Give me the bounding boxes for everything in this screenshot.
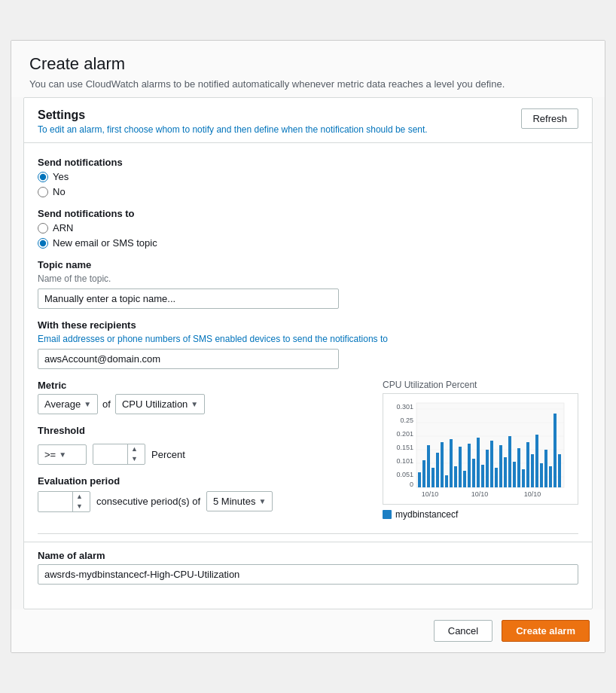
- eval-decrement-btn[interactable]: ▼: [73, 502, 86, 511]
- send-to-radios: ARN New email or SMS topic: [38, 222, 578, 249]
- settings-card: Settings To edit an alarm, first choose …: [23, 97, 593, 609]
- svg-text:0: 0: [410, 481, 413, 488]
- legend-color-box: [383, 510, 392, 519]
- svg-rect-25: [463, 471, 466, 487]
- cpu-utilization-chart: 0.301 0.25 0.201 0.151 0.101 0.051 0: [389, 400, 569, 498]
- svg-rect-29: [481, 465, 484, 487]
- recipients-label: With these recipients: [38, 319, 578, 331]
- chart-container: 0.301 0.25 0.201 0.151 0.101 0.051 0: [383, 393, 578, 505]
- chart-title: CPU Utilization Percent: [383, 380, 578, 390]
- svg-rect-37: [517, 448, 520, 487]
- settings-title: Settings: [38, 108, 428, 122]
- recipients-input[interactable]: [38, 349, 339, 369]
- metric-select[interactable]: CPU Utilization ▼: [115, 394, 205, 414]
- svg-text:0.151: 0.151: [396, 444, 413, 451]
- svg-rect-41: [535, 435, 538, 487]
- metric-select-label: CPU Utilization: [122, 398, 188, 410]
- aggregation-select[interactable]: Average ▼: [38, 394, 98, 414]
- settings-title-block: Settings To edit an alarm, first choose …: [38, 108, 428, 135]
- svg-rect-36: [513, 462, 516, 487]
- svg-text:0.25: 0.25: [400, 417, 413, 424]
- svg-text:14:00: 14:00: [524, 497, 541, 498]
- cancel-button[interactable]: Cancel: [434, 620, 492, 642]
- svg-rect-16: [422, 460, 425, 487]
- svg-rect-43: [544, 450, 547, 487]
- alarm-name-label: Name of alarm: [38, 550, 578, 561]
- metric-left-panel: Metric Average ▼ of CPU Utilization ▼: [38, 380, 367, 522]
- svg-rect-44: [549, 466, 552, 487]
- send-to-label: Send notifications to: [38, 208, 578, 219]
- svg-rect-20: [441, 442, 444, 487]
- svg-text:0.051: 0.051: [396, 471, 413, 478]
- eval-spinner-btns: ▲ ▼: [72, 492, 86, 511]
- threshold-increment-btn[interactable]: ▲: [128, 444, 141, 454]
- new-email-radio[interactable]: [38, 238, 48, 249]
- threshold-decrement-btn[interactable]: ▼: [128, 454, 141, 464]
- svg-rect-33: [499, 445, 502, 487]
- aggregation-label: Average: [44, 398, 81, 410]
- svg-rect-17: [427, 445, 430, 487]
- eval-period-field[interactable]: 1: [38, 492, 72, 511]
- svg-rect-42: [540, 463, 543, 487]
- create-alarm-modal: Create alarm You can use CloudWatch alar…: [11, 40, 605, 652]
- evaluation-label: Evaluation period: [38, 475, 367, 487]
- evaluation-group: Evaluation period 1 ▲ ▼ consecutive peri…: [38, 475, 367, 512]
- svg-rect-32: [495, 468, 498, 487]
- threshold-label: Threshold: [38, 425, 367, 436]
- no-radio[interactable]: [38, 187, 48, 197]
- svg-rect-40: [531, 454, 534, 487]
- svg-rect-38: [522, 469, 525, 487]
- period-label: 5 Minutes: [213, 496, 255, 507]
- topic-name-group: Topic name Name of the topic.: [38, 259, 578, 309]
- metric-chart-row: Metric Average ▼ of CPU Utilization ▼: [24, 380, 592, 522]
- threshold-operator-select[interactable]: >= ▼: [38, 444, 87, 465]
- no-radio-item[interactable]: No: [38, 186, 578, 197]
- yes-radio[interactable]: [38, 172, 48, 182]
- refresh-button[interactable]: Refresh: [521, 108, 578, 129]
- svg-text:0.101: 0.101: [396, 457, 413, 465]
- new-email-label: New email or SMS topic: [53, 237, 157, 249]
- threshold-operator-caret: ▼: [59, 450, 66, 459]
- period-select[interactable]: 5 Minutes ▼: [206, 491, 273, 511]
- svg-rect-31: [490, 441, 493, 487]
- svg-rect-18: [432, 468, 435, 487]
- alarm-name-section: Name of alarm: [24, 542, 592, 609]
- arn-radio[interactable]: [38, 223, 48, 234]
- threshold-value-field[interactable]: [93, 445, 127, 464]
- svg-rect-26: [468, 444, 471, 487]
- threshold-value-input: ▲ ▼: [93, 444, 145, 465]
- threshold-operator-label: >=: [44, 449, 56, 460]
- threshold-spinner-btns: ▲ ▼: [127, 444, 141, 464]
- yes-label: Yes: [53, 171, 69, 182]
- svg-rect-35: [508, 436, 511, 487]
- page-subtitle: You can use CloudWatch alarms to be noti…: [29, 78, 587, 90]
- topic-name-label: Topic name: [38, 259, 578, 270]
- recipients-group: With these recipients Email addresses or…: [38, 319, 578, 369]
- yes-radio-item[interactable]: Yes: [38, 171, 578, 182]
- aggregation-caret: ▼: [84, 400, 91, 408]
- svg-text:0.201: 0.201: [396, 430, 413, 438]
- modal-header: Create alarm You can use CloudWatch alar…: [11, 41, 605, 97]
- svg-rect-21: [445, 475, 448, 487]
- metric-select-caret: ▼: [191, 400, 198, 408]
- metric-controls: Average ▼ of CPU Utilization ▼: [38, 394, 367, 414]
- svg-rect-19: [436, 453, 439, 487]
- svg-text:10:00: 10:00: [422, 497, 439, 498]
- evaluation-controls: 1 ▲ ▼ consecutive period(s) of 5 Minutes…: [38, 491, 367, 512]
- arn-label: ARN: [53, 222, 73, 234]
- eval-increment-btn[interactable]: ▲: [73, 492, 86, 502]
- new-email-radio-item[interactable]: New email or SMS topic: [38, 237, 578, 249]
- create-alarm-button[interactable]: Create alarm: [502, 620, 590, 642]
- chart-unit: Percent: [446, 380, 477, 390]
- alarm-name-input[interactable]: [38, 564, 578, 585]
- svg-text:12:00: 12:00: [471, 497, 489, 498]
- threshold-controls: >= ▼ ▲ ▼ Percent: [38, 444, 367, 465]
- no-label: No: [53, 186, 66, 197]
- topic-name-input[interactable]: [38, 288, 339, 309]
- svg-rect-28: [477, 438, 480, 487]
- metric-group: Metric Average ▼ of CPU Utilization ▼: [38, 380, 367, 414]
- send-notifications-group: Send notifications Yes No: [38, 157, 578, 197]
- svg-rect-22: [450, 439, 453, 487]
- arn-radio-item[interactable]: ARN: [38, 222, 578, 234]
- form-section: Send notifications Yes No Send notificat…: [24, 143, 592, 369]
